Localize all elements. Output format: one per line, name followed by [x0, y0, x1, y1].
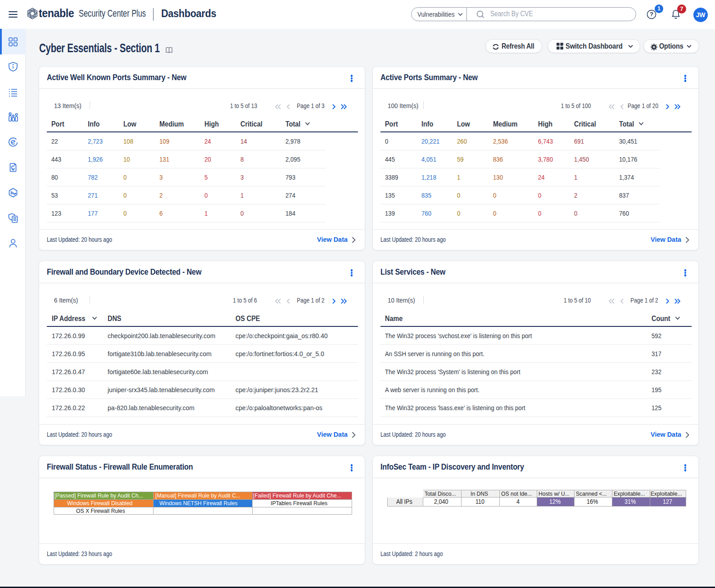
svg-text:?: ? [650, 11, 653, 18]
